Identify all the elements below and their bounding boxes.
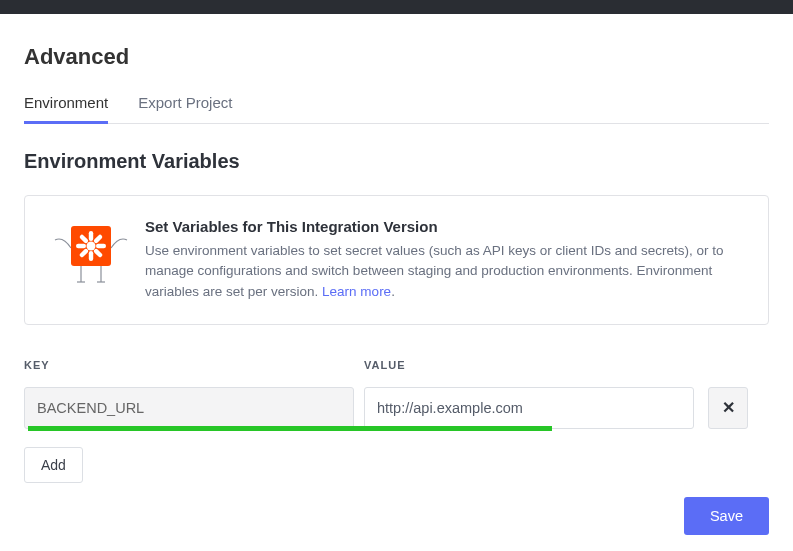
kv-header-row: KEY VALUE [24,355,769,373]
page-title: Advanced [24,44,769,70]
zapier-asterisk-icon [51,222,131,286]
info-body-text: Use environment variables to set secret … [145,243,724,299]
learn-more-link[interactable]: Learn more [322,284,391,299]
integration-icon-wrap [45,218,137,286]
info-heading: Set Variables for This Integration Versi… [145,218,744,235]
svg-point-5 [87,242,96,251]
remove-row-button[interactable]: ✕ [708,387,748,429]
footer-actions: Save [24,497,769,535]
save-button[interactable]: Save [684,497,769,535]
highlight-bar [28,426,552,431]
info-body: Use environment variables to set secret … [145,241,744,302]
top-navbar [0,0,793,14]
value-column-label: VALUE [364,359,405,371]
tab-export-label: Export Project [138,94,232,111]
info-body-suffix: . [391,284,395,299]
add-button[interactable]: Add [24,447,83,483]
svg-rect-7 [89,251,93,261]
tab-environment[interactable]: Environment [24,84,108,123]
section-title: Environment Variables [24,150,769,173]
tab-export-project[interactable]: Export Project [138,84,232,123]
svg-rect-6 [89,231,93,241]
content-container: Advanced Environment Export Project Envi… [0,14,793,551]
tab-environment-label: Environment [24,94,108,111]
key-column-label: KEY [24,359,50,371]
save-button-label: Save [710,508,743,524]
close-icon: ✕ [722,398,735,417]
value-input[interactable] [364,387,694,429]
key-input[interactable] [24,387,354,429]
info-text: Set Variables for This Integration Versi… [137,218,744,302]
svg-rect-9 [96,244,106,248]
add-button-label: Add [41,457,66,473]
info-card: Set Variables for This Integration Versi… [24,195,769,325]
svg-rect-8 [76,244,86,248]
tab-bar: Environment Export Project [24,84,769,124]
env-var-row: ✕ [24,387,769,429]
